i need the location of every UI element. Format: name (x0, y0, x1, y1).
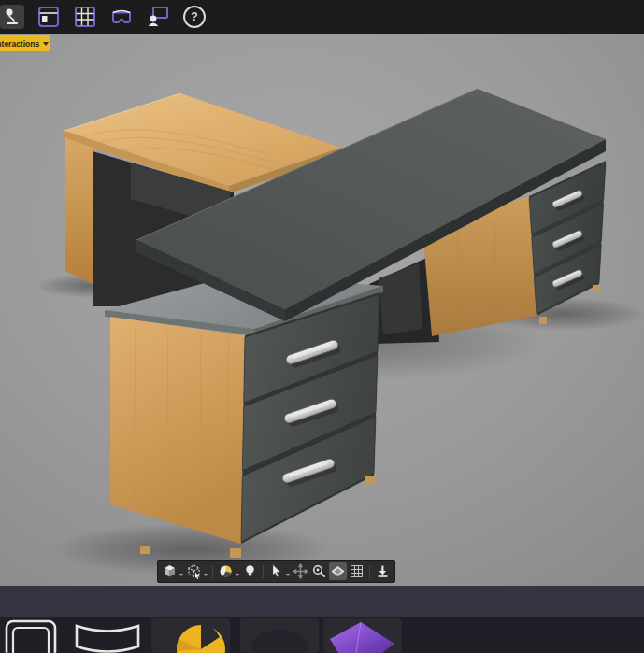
export-tool-button[interactable] (374, 562, 392, 580)
desk-foot (539, 317, 547, 324)
panels-button[interactable] (36, 5, 61, 29)
cursor-arrow-icon (268, 563, 284, 579)
dropdown-caret-icon (286, 574, 290, 576)
purple-prism-icon (323, 618, 402, 653)
asset-thumbnail-pie-chart[interactable] (151, 618, 230, 653)
shaded-sphere-icon (218, 563, 234, 579)
top-toolbar: ? (0, 0, 644, 34)
help-label: ? (191, 7, 197, 26)
shading-tool-button[interactable] (217, 562, 235, 580)
move-arrows-icon (293, 563, 308, 579)
dropdown-caret-icon (179, 574, 183, 576)
desk-lamp-icon (0, 5, 24, 29)
lighting-tool-button[interactable] (241, 562, 259, 580)
object-tool-button[interactable] (161, 562, 179, 580)
flat-panel-icon (4, 618, 58, 653)
presenter-screen-icon (146, 5, 170, 29)
select-object-tool-button[interactable] (185, 562, 203, 580)
magnifier-icon (311, 563, 327, 579)
toolbar-separator (212, 565, 213, 578)
table-grid-icon (73, 5, 97, 29)
dropdown-caret-icon (43, 42, 49, 46)
lower-panel-strip (0, 586, 644, 617)
interactions-mode-tab[interactable]: interactions (0, 35, 50, 51)
gizmo-tool-button[interactable] (292, 562, 309, 580)
grid-tool-button[interactable] (348, 562, 365, 580)
vr-headset-icon (109, 5, 134, 29)
dark-asset-icon (240, 618, 319, 653)
asset-thumbnail-flat-panel[interactable] (4, 618, 58, 653)
dashed-cube-icon (186, 563, 202, 579)
light-bulb-icon (242, 563, 258, 579)
cube-icon (162, 563, 178, 579)
table-grid-button[interactable] (73, 5, 97, 29)
application-window: ? interactions (0, 0, 644, 653)
vr-headset-button[interactable] (109, 5, 134, 29)
grid-icon (349, 563, 365, 579)
asset-shelf (0, 617, 644, 653)
desk-foot (230, 548, 241, 558)
desk-lamp-button[interactable] (0, 5, 24, 29)
pie-chart-icon (151, 618, 230, 653)
ground-plane-tool-button[interactable] (329, 562, 347, 580)
asset-thumbnail-dark[interactable] (240, 618, 319, 653)
help-icon: ? (183, 6, 206, 28)
desk-foot (140, 546, 150, 554)
asset-thumbnail-purple-prism[interactable] (323, 618, 402, 653)
viewport-toolbar (157, 560, 395, 583)
dropdown-caret-icon (236, 574, 239, 576)
plane-diamond-icon (330, 563, 346, 579)
dropdown-caret-icon (204, 574, 208, 576)
viewport-3d-scene[interactable] (0, 34, 644, 586)
desk-foot (365, 476, 375, 484)
download-arrow-icon (375, 563, 391, 579)
mode-tab-label: interactions (0, 39, 39, 49)
panels-icon (36, 5, 61, 29)
help-button[interactable]: ? (182, 5, 207, 29)
curved-screen-icon (73, 618, 142, 653)
desk-foot (593, 285, 600, 292)
asset-thumbnail-curved-screen[interactable] (73, 618, 142, 653)
toolbar-separator (263, 565, 264, 578)
zoom-tool-button[interactable] (310, 562, 328, 580)
select-tool-button[interactable] (267, 562, 285, 580)
presenter-button[interactable] (146, 5, 170, 29)
toolbar-separator (369, 565, 370, 578)
